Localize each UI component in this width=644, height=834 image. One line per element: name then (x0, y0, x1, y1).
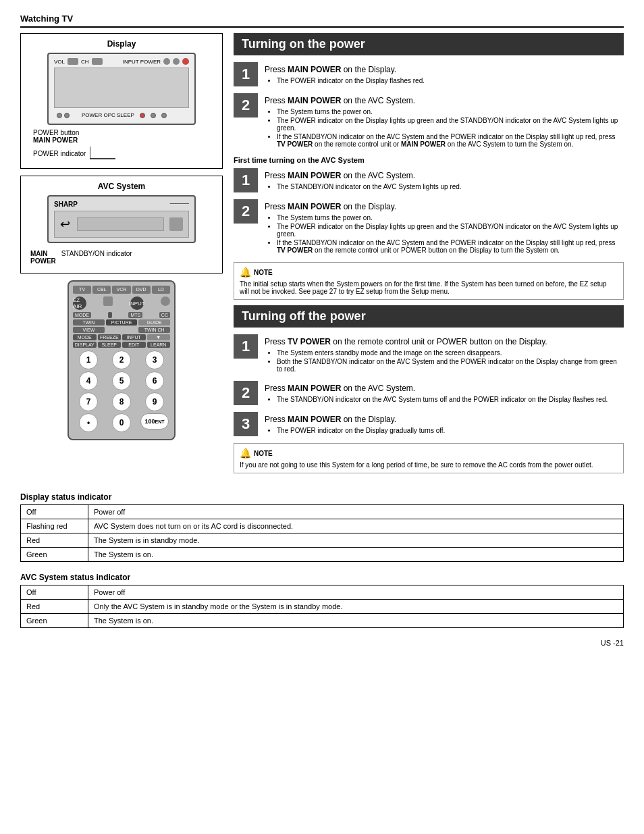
turning-off-step1: 1 Press TV POWER on the remote control u… (234, 334, 624, 374)
avc-body: ↩ (54, 211, 189, 238)
num-dot: • (79, 413, 98, 432)
step1-main: Press MAIN POWER on the Display. (265, 65, 624, 74)
status-section: Display status indicator OffPower offFla… (20, 492, 624, 628)
ft-step1-content: Press MAIN POWER on the AVC System. The … (265, 168, 624, 192)
turning-off-step3: 3 Press MAIN POWER on the Display. The P… (234, 412, 624, 436)
step2-bullets: The System turns the power on. The POWER… (265, 108, 624, 148)
ft-step2-number: 2 (234, 199, 258, 224)
table-row: Flashing redAVC System does not turn on … (21, 519, 624, 533)
num-100: 100ENT (140, 413, 169, 429)
right-column: Turning on the power 1 Press MAIN POWER … (234, 33, 624, 479)
num-3: 3 (145, 350, 164, 369)
step2-main: Press MAIN POWER on the AVC System. (265, 96, 624, 105)
num-1: 1 (79, 350, 98, 369)
turning-off-step2: 2 Press MAIN POWER on the AVC System. Th… (234, 381, 624, 405)
display-status-title: Display status indicator (20, 492, 624, 502)
ft-step1: 1 Press MAIN POWER on the AVC System. Th… (234, 168, 624, 192)
display-status-table: OffPower offFlashing redAVC System does … (20, 504, 624, 562)
off-step2-bullets: The STANDBY/ON indicator on the AVC Syst… (265, 396, 624, 403)
step1-number: 1 (234, 62, 258, 86)
step2-number: 2 (234, 93, 258, 118)
step1-content: Press MAIN POWER on the Display. The POW… (265, 62, 624, 86)
off-note-icon: 🔔 (240, 448, 251, 459)
num-5: 5 (112, 371, 131, 390)
off-step2-number: 2 (234, 381, 258, 405)
num-9: 9 (145, 392, 164, 411)
ft-step1-bullets: The STANDBY/ON indicator on the AVC Syst… (265, 183, 624, 190)
num-4: 4 (79, 371, 98, 390)
ft-step1-main: Press MAIN POWER on the AVC System. (265, 171, 624, 180)
table-row: OffPower off (21, 585, 624, 600)
left-column: Display VOL CH INPUT POWER (20, 33, 223, 479)
table-row: RedOnly the AVC System is in standby mod… (21, 600, 624, 614)
page-header: Watching TV (20, 14, 624, 28)
off-step3-number: 3 (234, 412, 258, 436)
off-step3-bullets: The POWER indicator on the Display gradu… (265, 427, 624, 434)
step2-content: Press MAIN POWER on the AVC System. The … (265, 93, 624, 149)
off-step1-content: Press TV POWER on the remote control uni… (265, 334, 624, 374)
ft-step2-main: Press MAIN POWER on the Display. (265, 202, 624, 211)
turning-off-note: 🔔 NOTE If you are not going to use this … (234, 443, 624, 473)
power-button-label: POWER button MAIN POWER (33, 129, 79, 144)
num-2: 2 (112, 350, 131, 369)
off-note-text: If you are not going to use this System … (240, 461, 618, 469)
remote-top-buttons: TV CBL VCR DVD LD (73, 286, 170, 294)
off-step2-content: Press MAIN POWER on the AVC System. The … (265, 381, 624, 405)
num-6: 6 (145, 371, 164, 390)
table-row: GreenThe System is on. (21, 614, 624, 628)
off-note-title: 🔔 NOTE (240, 448, 618, 459)
num-7: 7 (79, 392, 98, 411)
remote-numpad: 1 2 3 4 5 6 7 8 9 • 0 100ENT (73, 350, 170, 432)
display-bottom-indicators: POWER OPC SLEEP (54, 111, 189, 120)
avc-labels: MAIN POWER STANDBY/ON indicator (26, 247, 217, 267)
first-time-title: First time turning on the AVC System (234, 156, 624, 164)
num-8: 8 (112, 392, 131, 411)
table-row: GreenThe System is on. (21, 548, 624, 562)
avc-status-table: OffPower offRedOnly the AVC System is in… (20, 585, 624, 628)
display-diagram: Display VOL CH INPUT POWER (20, 33, 223, 169)
avc-diagram: AVC System SHARP ───── ↩ MAIN POWER S (20, 176, 223, 273)
off-step1-number: 1 (234, 334, 258, 359)
turning-on-step2: 2 Press MAIN POWER on the AVC System. Th… (234, 93, 624, 149)
power-indicator-label: POWER indicator (26, 144, 217, 163)
ft-step2-content: Press MAIN POWER on the Display. The Sys… (265, 199, 624, 255)
display-title: Display (26, 39, 217, 49)
remote-diagram: TV CBL VCR DVD LD EZ AIR INPUT MODE MTS … (68, 280, 176, 440)
turning-on-note: 🔔 NOTE The initial setup starts when the… (234, 262, 624, 300)
avc-device-illustration: SHARP ───── ↩ (47, 195, 196, 243)
off-step2-main: Press MAIN POWER on the AVC System. (265, 384, 624, 393)
note-icon: 🔔 (240, 267, 251, 278)
turning-on-header: Turning on the power (234, 33, 624, 55)
display-right-controls: INPUT POWER (123, 58, 189, 65)
avc-status-title: AVC System status indicator (20, 573, 624, 582)
display-device-illustration: VOL CH INPUT POWER (47, 53, 196, 125)
page-number: US -21 (20, 639, 624, 647)
note-title: 🔔 NOTE (240, 267, 618, 278)
ft-step2-bullets: The System turns the power on. The POWER… (265, 214, 624, 254)
turning-on-step1: 1 Press MAIN POWER on the Display. The P… (234, 62, 624, 86)
off-step1-main: Press TV POWER on the remote control uni… (265, 337, 624, 346)
note-text: The initial setup starts when the System… (240, 280, 618, 295)
ft-step2: 2 Press MAIN POWER on the Display. The S… (234, 199, 624, 255)
table-row: OffPower off (21, 505, 624, 519)
display-top-controls: VOL CH (54, 58, 103, 65)
turning-off-header: Turning off the power (234, 305, 624, 328)
display-screen (54, 68, 189, 108)
table-row: RedThe System is in standby mode. (21, 533, 624, 548)
avc-title: AVC System (26, 182, 217, 191)
num-0: 0 (112, 413, 131, 432)
off-step3-main: Press MAIN POWER on the Display. (265, 415, 624, 424)
step1-bullets: The POWER indicator on the Display flash… (265, 77, 624, 84)
ft-step1-number: 1 (234, 168, 258, 192)
off-step1-bullets: The System enters standby mode and the i… (265, 349, 624, 373)
off-step3-content: Press MAIN POWER on the Display. The POW… (265, 412, 624, 436)
